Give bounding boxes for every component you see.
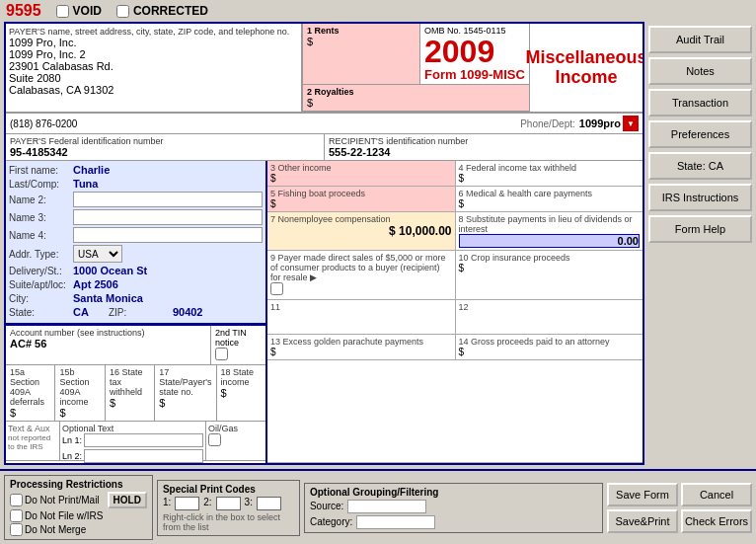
hold-badge: HOLD xyxy=(108,492,147,508)
corrected-label: CORRECTED xyxy=(133,4,208,18)
bottom-buttons: Save Form Cancel Save&Print Check Errors xyxy=(607,483,752,533)
box18-cell: 18 State income $ xyxy=(217,365,265,421)
spc-3-input[interactable] xyxy=(257,497,281,510)
special-print-codes: Special Print Codes 1: 2: 3: Right-click… xyxy=(157,480,300,536)
box16-cell: 16 State tax withheld $ xyxy=(106,365,155,421)
tin-label: 2nd TIN notice xyxy=(215,328,262,348)
box2-label: 2 Royalties xyxy=(307,87,525,97)
phone-section: (818) 876-0200 Phone/Dept: 1099pro ▼ xyxy=(6,113,643,134)
category-input[interactable] xyxy=(356,515,435,529)
save-print-button[interactable]: Save&Print xyxy=(607,509,678,533)
name2-input[interactable] xyxy=(73,192,263,207)
oil-gas-cell: Oil/Gas xyxy=(206,422,265,460)
opt-text-label: Optional Text xyxy=(62,424,203,433)
main-content: PAYER'S name, street address, city, stat… xyxy=(0,22,756,469)
tin-checkbox[interactable] xyxy=(215,348,228,360)
left-column: First name: Charlie Last/Comp: Tuna Name… xyxy=(6,161,267,463)
city-label: City: xyxy=(9,293,73,304)
account-value: AC# 56 xyxy=(10,338,206,350)
addr-type-label: Addr. Type: xyxy=(9,249,73,260)
text-aux-label: Text & Aux not reported to the IRS xyxy=(6,422,60,460)
box2-value: $ xyxy=(307,97,525,109)
oil-gas-checkbox[interactable] xyxy=(208,433,221,446)
ln1-input[interactable] xyxy=(84,433,203,447)
section-409-row: 15a Section 409A deferrals $ 15b Section… xyxy=(6,365,265,422)
delivery-label: Delivery/St.: xyxy=(9,266,73,276)
ln2-input[interactable] xyxy=(84,449,203,463)
name4-input[interactable] xyxy=(73,227,263,243)
box11-cell: 11 xyxy=(267,300,456,334)
rec-id-value: 555-22-1234 xyxy=(329,146,639,158)
spc-1-input[interactable] xyxy=(175,497,199,510)
inner-grid: First name: Charlie Last/Comp: Tuna Name… xyxy=(6,161,643,463)
id-section: PAYER'S Federal identification number 95… xyxy=(6,134,643,161)
notes-button[interactable]: Notes xyxy=(648,57,752,85)
preferences-button[interactable]: Preferences xyxy=(648,120,752,148)
box14-value: $ xyxy=(459,347,641,357)
spc-2-label: 2: xyxy=(203,497,211,510)
form-name: Form 1099-MISC xyxy=(424,67,525,82)
first-name-label: First name: xyxy=(9,165,73,176)
void-group: VOID xyxy=(56,4,102,18)
cancel-button[interactable]: Cancel xyxy=(681,483,752,506)
payer-label: PAYER'S name, street address, city, stat… xyxy=(9,27,298,37)
side-buttons: Audit Trail Notes Transaction Preference… xyxy=(648,22,752,465)
form-help-button[interactable]: Form Help xyxy=(648,215,752,243)
do-not-print-checkbox[interactable] xyxy=(10,494,23,506)
corrected-checkbox[interactable] xyxy=(116,5,129,18)
state-button[interactable]: State: CA xyxy=(648,152,752,180)
cell-409a: 15a Section 409A deferrals $ xyxy=(6,365,55,421)
payer-name1: 1099 Pro, Inc. xyxy=(9,37,298,48)
name-section: First name: Charlie Last/Comp: Tuna Name… xyxy=(6,161,265,324)
box7-value: $ 10,000.00 xyxy=(270,224,452,238)
phone-dept-label: Phone/Dept: xyxy=(520,118,575,129)
do-not-merge-checkbox[interactable] xyxy=(10,523,23,536)
do-not-file-label: Do Not File w/IRS xyxy=(25,510,103,521)
box3-4-row: 3 Other income $ 4 Federal income tax wi… xyxy=(267,161,643,187)
top-header: 9595 VOID CORRECTED xyxy=(0,0,756,22)
box15b-value: $ xyxy=(59,407,100,419)
year-display: 2009 xyxy=(424,36,525,67)
box9-checkbox[interactable] xyxy=(270,282,283,295)
box8-label: 8 Substitute payments in lieu of dividen… xyxy=(459,214,641,234)
check-errors-button[interactable]: Check Errors xyxy=(681,509,752,533)
spc-2-input[interactable] xyxy=(216,497,241,510)
box16-label: 16 State tax withheld xyxy=(110,367,150,397)
name3-row: Name 3: xyxy=(9,209,263,225)
addr-type-select[interactable]: USA Foreign xyxy=(73,245,122,263)
box17-cell: 17 State/Payer's state no. $ xyxy=(155,365,216,421)
form-number: 9595 xyxy=(6,2,41,20)
transaction-button[interactable]: Transaction xyxy=(648,89,752,117)
do-not-file-checkbox[interactable] xyxy=(10,509,23,522)
box8-value: 0.00 xyxy=(459,234,641,248)
box15a-label: 15a Section 409A deferrals xyxy=(10,367,50,407)
text-aux-input-area: Optional Text Ln 1: Ln 2: xyxy=(60,422,206,460)
save-form-button[interactable]: Save Form xyxy=(607,483,678,506)
audit-trail-button[interactable]: Audit Trail xyxy=(648,26,752,53)
box1-label: 1 Rents xyxy=(307,26,416,36)
ln1-label: Ln 1: xyxy=(62,435,82,445)
name3-input[interactable] xyxy=(73,209,263,225)
misc-income-title: Miscellaneous Income xyxy=(521,44,644,92)
account-label: Account number (see instructions) xyxy=(10,328,206,338)
oil-gas-label: Oil/Gas xyxy=(208,424,264,433)
box7-8-row: 7 Nonemployee compensation $ 10,000.00 8… xyxy=(267,212,643,251)
irs-instructions-button[interactable]: IRS Instructions xyxy=(648,184,752,211)
tin-cell: 2nd TIN notice xyxy=(211,326,265,364)
do-not-merge-label: Do Not Merge xyxy=(25,524,86,535)
box5-6-row: 5 Fishing boat proceeds $ 6 Medical & he… xyxy=(267,187,643,212)
source-input[interactable] xyxy=(347,500,426,513)
box17-value: $ xyxy=(159,397,211,409)
payer-suite: Suite 2080 xyxy=(9,72,298,84)
box5-label: 5 Fishing boat proceeds xyxy=(270,189,452,198)
void-checkbox[interactable] xyxy=(56,5,69,18)
addr-type-row: Addr. Type: USA Foreign xyxy=(9,245,263,263)
grouping-title: Optional Grouping/Filtering xyxy=(310,487,597,498)
phone-dept-value: 1099pro xyxy=(579,117,621,129)
text-aux-note2: to the IRS xyxy=(8,442,57,451)
box7-label: 7 Nonemployee compensation xyxy=(270,214,452,224)
phone-dropdown[interactable]: ▼ xyxy=(623,116,639,131)
box7-cell: 7 Nonemployee compensation $ 10,000.00 xyxy=(267,212,456,250)
spc-note: Right-click in the box to select from th… xyxy=(163,512,294,532)
city-value: Santa Monica xyxy=(73,292,143,304)
